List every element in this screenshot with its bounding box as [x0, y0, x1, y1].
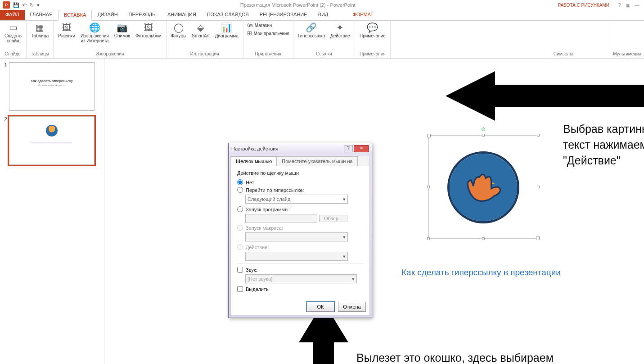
checkbox-highlight[interactable]: Выделить — [237, 286, 363, 292]
shapes-button[interactable]: ◯Фигуры — [169, 22, 188, 39]
undo-icon[interactable]: ↶ — [23, 2, 27, 8]
slide-canvas[interactable]: Как сделать гиперссылку в презентации Вы… — [104, 59, 644, 364]
group-tables: Таблицы — [29, 51, 50, 57]
new-slide-button[interactable]: ▭Создать слайд — [3, 22, 23, 44]
tab-home[interactable]: ГЛАВНАЯ — [25, 10, 58, 20]
group-apps: Приложения — [246, 51, 290, 57]
browse-button: Обзор... — [319, 215, 347, 222]
tab-animation[interactable]: АНИМАЦИЯ — [162, 10, 202, 20]
group-links: Ссылки — [296, 51, 352, 57]
save-icon[interactable]: 💾 — [13, 2, 19, 8]
tab-view[interactable]: ВИД — [313, 10, 334, 20]
start-from-beginning-icon[interactable]: ▾ — [37, 2, 40, 8]
thumb2-logo-icon — [46, 125, 58, 136]
store-icon: 🛍 — [247, 22, 253, 28]
tab-format[interactable]: ФОРМАТ — [347, 10, 379, 20]
dialog-close-button[interactable]: ✕ — [354, 145, 369, 152]
slide-thumbnails-panel: 1 Как сделать гиперссылкуА сделать ввод … — [0, 59, 104, 364]
logo-graphic — [447, 151, 519, 223]
hyperlink-button[interactable]: 🔗Гиперссылка — [296, 22, 327, 39]
tab-insert[interactable]: ВСТАВКА — [58, 10, 92, 21]
slide-thumbnail-1[interactable]: Как сделать гиперссылкуА сделать ввод не… — [9, 62, 95, 111]
radio-run-program[interactable]: Запуск программы: — [237, 206, 363, 212]
input-program-path — [245, 214, 316, 223]
slide-number: 1 — [2, 62, 7, 111]
redo-icon[interactable]: ↻ — [30, 2, 34, 8]
quick-access-toolbar: P 💾 ↶ ↻ ▾ — [0, 1, 42, 9]
chevron-down-icon: ▾ — [352, 276, 355, 282]
cancel-button[interactable]: Отмена — [338, 302, 366, 312]
radio-hyperlink[interactable]: Перейти по гиперссылке: — [237, 187, 363, 193]
slide-hyperlink-text[interactable]: Как сделать гиперссылку в презентации — [401, 268, 561, 278]
chevron-down-icon: ▾ — [343, 254, 346, 259]
resize-handle[interactable] — [427, 237, 430, 240]
dialog-tab-hover[interactable]: Поместите указатель мыши на — [277, 156, 358, 166]
dialog-group-title: Действие по щелчку мыши — [237, 170, 363, 176]
tab-review[interactable]: РЕЦЕНЗИРОВАНИЕ — [254, 10, 313, 20]
chevron-down-icon: ▾ — [343, 234, 346, 240]
tab-file[interactable]: ФАЙЛ — [0, 10, 25, 20]
pictures-icon: 🖼 — [62, 23, 71, 32]
apps-icon: ⊞ — [247, 30, 252, 36]
table-button[interactable]: ▦Таблица — [29, 22, 50, 39]
group-images: Изображения — [56, 51, 163, 57]
comment-icon: 💬 — [367, 23, 378, 32]
thumb2-link-line — [32, 142, 72, 142]
chart-icon: 📊 — [221, 23, 232, 32]
group-slides: Слайды — [3, 51, 23, 57]
dialog-help-button[interactable]: ? — [344, 145, 353, 152]
radio-action: Действие: — [237, 244, 363, 250]
resize-handle[interactable] — [482, 134, 485, 136]
globe-icon: 🌐 — [89, 23, 100, 32]
photo-album-button[interactable]: 🖼Фотоальбом — [134, 22, 163, 39]
svg-marker-0 — [446, 71, 644, 121]
dialog-titlebar[interactable]: Настройка действия ? ✕ — [229, 143, 372, 154]
radio-run-macro: Запуск макроса: — [237, 225, 363, 231]
thumb1-title: Как сделать гиперссылку — [9, 79, 94, 83]
combo-hyperlink-target[interactable]: Следующий слайд▾ — [245, 195, 348, 204]
slide-number: 2 — [2, 116, 7, 165]
action-button[interactable]: ✦Действие — [329, 22, 352, 39]
ribbon: ▭Создать слайд Слайды ▦Таблица Таблицы 🖼… — [0, 21, 644, 59]
annotation-arrow-right-icon — [446, 71, 644, 121]
ribbon-tabs: ФАЙЛ ГЛАВНАЯ ВСТАВКА ДИЗАЙН ПЕРЕХОДЫ АНИ… — [0, 10, 644, 21]
tab-slideshow[interactable]: ПОКАЗ СЛАЙДОВ — [202, 10, 254, 20]
chart-button[interactable]: 📊Диаграмма — [213, 22, 240, 39]
ok-button[interactable]: ОК — [306, 302, 334, 312]
my-apps-button[interactable]: ⊞Мои приложения — [246, 30, 290, 37]
app-title: Презентация Microsoft PowerPoint (2) - P… — [42, 2, 553, 8]
pictures-button[interactable]: 🖼Рисунки — [56, 22, 77, 39]
radio-none[interactable]: Нет — [237, 179, 363, 185]
dialog-title: Настройка действия — [231, 146, 278, 151]
store-button[interactable]: 🛍Магазин — [246, 22, 290, 29]
workspace: 1 Как сделать гиперссылкуА сделать ввод … — [0, 59, 644, 364]
app-icon: P — [3, 1, 10, 9]
minimize-icon[interactable]: — — [635, 2, 639, 8]
comment-button[interactable]: 💬Примечание — [358, 22, 387, 39]
help-icon[interactable]: ? — [618, 2, 621, 8]
combo-sound: [Нет звука]▾ — [245, 274, 357, 283]
online-pictures-button[interactable]: 🌐Изображения из Интернета — [79, 22, 111, 44]
screenshot-button[interactable]: 📷Снимок — [113, 22, 132, 39]
resize-handle[interactable] — [537, 134, 540, 136]
slide-thumbnail-2[interactable] — [9, 116, 95, 165]
combo-action: ▾ — [245, 252, 348, 261]
group-symbols: Символы — [519, 51, 607, 57]
combo-macro: ▾ — [245, 232, 348, 241]
selected-image[interactable] — [428, 135, 538, 239]
contextual-tab-label: РАБОТА С РИСУНКАМИ — [553, 3, 613, 8]
thumb1-subtitle: А сделать ввод не просто — [9, 84, 94, 86]
rotate-handle-icon[interactable] — [482, 127, 485, 131]
resize-handle[interactable] — [427, 186, 430, 188]
ribbon-collapse-icon[interactable]: ▣ — [626, 2, 630, 8]
annotation-text-2: Вылезет это окошко, здесь выбираем какое… — [356, 350, 568, 364]
smartart-button[interactable]: ⬙SmartArt — [190, 22, 211, 39]
tab-design[interactable]: ДИЗАЙН — [92, 10, 123, 20]
group-illustrations: Иллюстрации — [169, 51, 240, 57]
resize-handle[interactable] — [482, 237, 485, 240]
action-settings-dialog: Настройка действия ? ✕ Щелчок мышью Поме… — [228, 143, 372, 318]
checkbox-sound[interactable]: Звук: — [237, 267, 363, 273]
dialog-tab-click[interactable]: Щелчок мышью — [231, 156, 277, 166]
tab-transitions[interactable]: ПЕРЕХОДЫ — [123, 10, 162, 20]
resize-handle[interactable] — [537, 186, 540, 188]
